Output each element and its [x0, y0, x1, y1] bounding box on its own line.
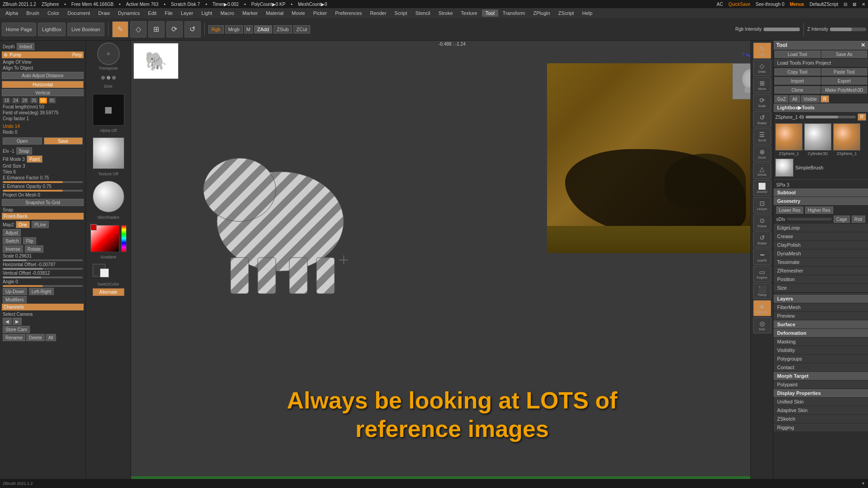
menu-dynamics[interactable]: Dynamics [114, 9, 143, 17]
menu-brush[interactable]: Brush [23, 9, 43, 17]
menu-macro[interactable]: Macro [217, 9, 238, 17]
angle-slider[interactable] [3, 285, 83, 287]
menu-light[interactable]: Light [198, 9, 216, 17]
contact-btn[interactable]: Contact [774, 363, 868, 372]
default-zscript[interactable]: DefaultZScript [810, 2, 838, 7]
menu-help[interactable]: Help [579, 9, 596, 17]
imbed-btn[interactable]: Imbed [17, 43, 35, 50]
geometry-btn[interactable]: Geometry [774, 197, 868, 206]
icon-btn-draw[interactable]: ◇ Draw [753, 60, 771, 76]
icon-btn-edit[interactable]: ✎ Edit [753, 42, 771, 59]
open-btn[interactable]: Open [3, 137, 42, 145]
copy-tool-btn[interactable]: Copy Tool [774, 68, 821, 75]
menus-btn[interactable]: Menus [790, 2, 804, 7]
pump-label[interactable]: Pump [9, 52, 21, 57]
num-35[interactable]: 35 [30, 98, 38, 103]
transpose-circle[interactable]: ⊕ [97, 42, 120, 65]
icon-btn-scroll[interactable]: ☰ Scroll [753, 128, 771, 145]
next-cam-btn[interactable]: ▶ [13, 318, 22, 325]
dynamesh-btn[interactable]: DynaMesh [774, 249, 868, 258]
fibermesh-btn[interactable]: FiberMesh [774, 303, 868, 312]
icon-btn-frame[interactable]: ⊙ Frame [753, 214, 771, 230]
menu-draw[interactable]: Draw [94, 9, 113, 17]
menu-color[interactable]: Color [44, 9, 63, 17]
rigging-btn[interactable]: Rigging [774, 423, 868, 432]
m-btn[interactable]: M [244, 25, 253, 33]
z-intensity-slider[interactable] [830, 28, 866, 31]
menu-stroke[interactable]: Stroke [435, 9, 457, 17]
num-28[interactable]: 28 [21, 98, 28, 103]
menu-zscript[interactable]: ZScript [555, 9, 578, 17]
menu-marker[interactable]: Marker [239, 9, 261, 17]
perp-label[interactable]: Perp [72, 52, 82, 57]
icon-btn-move[interactable]: ⊞ Move [753, 77, 771, 93]
draw-btn[interactable]: ◇ [130, 21, 146, 38]
zsketch-btn[interactable]: ZSketch [774, 415, 868, 423]
one-btn[interactable]: One [16, 221, 30, 228]
menu-movie[interactable]: Movie [288, 9, 308, 17]
zcut-btn[interactable]: ZCut [293, 25, 311, 33]
horizontal-btn[interactable]: Horizontal [2, 81, 84, 88]
all-tools-btn[interactable]: All [789, 95, 800, 103]
num-18[interactable]: 18 [3, 98, 10, 103]
auto-adjust-btn[interactable]: Auto Adjust Distance [2, 72, 84, 79]
icon-btn-zoomd[interactable]: ⬜ ZoomD [753, 180, 771, 196]
polypaint-btn[interactable]: Polypaint [774, 380, 868, 389]
inverse-btn[interactable]: Inverse [3, 245, 23, 253]
edit-btn[interactable]: ✎ [112, 21, 128, 38]
see-through[interactable]: See-through 0 [756, 2, 784, 7]
menu-tool[interactable]: Tool [482, 9, 498, 17]
menu-alpha[interactable]: Alpha [2, 9, 22, 17]
v-offset-slider[interactable] [3, 277, 83, 278]
surface-btn[interactable]: Surface [774, 320, 868, 329]
e-enhance-slider[interactable] [3, 181, 83, 183]
zsub-btn[interactable]: ZSub [274, 25, 292, 33]
zsphere-slider[interactable]: ZSphere_1 49 R [774, 113, 868, 122]
cylinder3d-thumb[interactable]: Cylinder3D [804, 123, 831, 156]
snapshot-to-grid-btn[interactable]: Snapshot To Grid [2, 199, 84, 206]
menu-edit[interactable]: Edit [144, 9, 160, 17]
modifiers-btn[interactable]: Modifiers [3, 296, 27, 303]
size-btn[interactable]: Size [774, 284, 868, 292]
viewport[interactable]: 🐘 x y z [131, 41, 773, 479]
icon-btn-polyfrm[interactable]: ▭ Polyfrm [753, 266, 771, 282]
morph-target-btn[interactable]: Morph Target [774, 372, 868, 380]
menu-picker[interactable]: Picker [310, 9, 331, 17]
make-polymesh-btn[interactable]: Make PolyMesh3D [821, 86, 868, 94]
goz-btn[interactable]: GoZ [774, 95, 788, 103]
save-btn[interactable]: Save [44, 137, 83, 145]
claypolish-btn[interactable]: ClayPolish [774, 241, 868, 249]
higher-res-btn[interactable]: Higher Res [805, 206, 833, 214]
zsphere2-thumb[interactable]: ZSphere_1 [833, 123, 860, 156]
rotate-btn[interactable]: ↺ [184, 21, 201, 38]
num-85[interactable]: 85 [48, 98, 56, 103]
color-secondary-box[interactable] [100, 268, 109, 277]
paint-btn[interactable]: Paint [27, 155, 42, 163]
position-btn[interactable]: Position [774, 275, 868, 284]
icon-btn-actual[interactable]: △ Actual [753, 163, 771, 179]
cage-btn[interactable]: Cage [834, 216, 850, 223]
lightbox-tools-btn[interactable]: Lightbox▶Tools [774, 103, 868, 113]
icon-btn-linefill[interactable]: ━ LineFll [753, 249, 771, 265]
tessimate-btn[interactable]: Tessimate [774, 258, 868, 267]
redo-label[interactable]: Redo 0 [3, 130, 17, 135]
import-btn[interactable]: Import [774, 77, 821, 84]
home-btn[interactable]: Home Page [2, 23, 36, 36]
front-back-header[interactable]: Front-Back [2, 213, 84, 220]
color-strip[interactable] [121, 225, 126, 252]
rstr-btn[interactable]: Rstr [852, 216, 865, 223]
move-btn[interactable]: ⊞ [148, 21, 165, 38]
menu-stencil[interactable]: Stencil [412, 9, 434, 17]
material-preview[interactable] [93, 181, 124, 212]
lightbox-btn[interactable]: LightBox [38, 23, 66, 36]
icon-btn-dynamic[interactable]: ◈ Dynamic [753, 300, 771, 316]
num-24[interactable]: 24 [12, 98, 19, 103]
simple-brush-thumb[interactable] [775, 159, 793, 177]
icon-btn-zoom[interactable]: ⊕ Zoom [753, 145, 771, 162]
load-tool-btn[interactable]: Load Tool [774, 51, 821, 58]
num-50[interactable]: 50 [39, 98, 47, 103]
zremesher-btn[interactable]: ZRemesher [774, 267, 868, 275]
vertical-btn[interactable]: Vertical [2, 89, 84, 96]
edgeloop-btn[interactable]: EdgeLoop [774, 224, 868, 232]
texture-preview[interactable] [93, 137, 124, 169]
